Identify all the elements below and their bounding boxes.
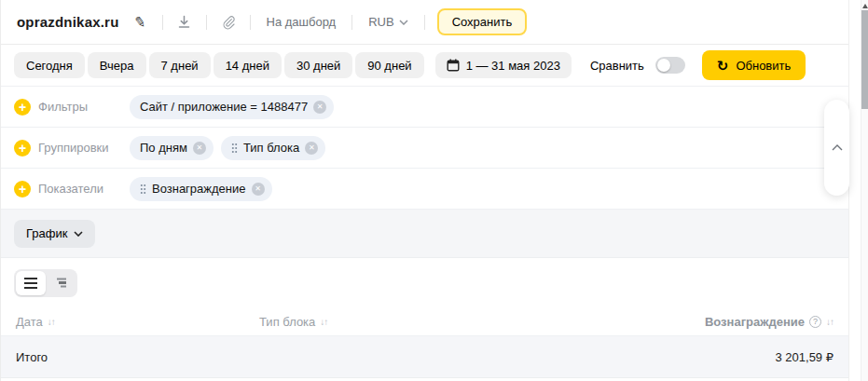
drag-handle-icon[interactable]: [231, 143, 238, 153]
help-icon[interactable]: ?: [809, 316, 821, 328]
flat-list-icon: [24, 278, 37, 289]
chip-text: Тип блока: [243, 141, 299, 155]
chart-band: График: [1, 210, 848, 258]
plus-icon: +: [19, 182, 26, 197]
compare-label: Сравнить: [590, 59, 644, 73]
grouping-chip-by-day[interactable]: По дням ✕: [130, 136, 214, 160]
chevron-down-icon: [399, 20, 408, 25]
site-name: oprazdnikax.ru: [17, 14, 119, 30]
topbar: oprazdnikax.ru ✎ На дашборд RUB Сохранит…: [1, 0, 848, 45]
currency-select[interactable]: RUB: [363, 15, 413, 29]
refresh-label: Обновить: [736, 59, 791, 73]
add-metric-button[interactable]: +: [14, 181, 31, 197]
rsya-report-page: oprazdnikax.ru ✎ На дашборд RUB Сохранит…: [0, 0, 868, 381]
divider: [424, 15, 425, 30]
refresh-button[interactable]: ↻ Обновить: [702, 50, 806, 80]
remove-chip-icon[interactable]: ✕: [313, 101, 326, 114]
divider: [351, 15, 352, 30]
preset-today[interactable]: Сегодня: [14, 52, 85, 78]
share-link-button[interactable]: [217, 11, 240, 34]
total-value: 3 201,59 ₽: [776, 350, 834, 364]
calendar-icon: [447, 59, 460, 72]
paperclip-icon: [221, 15, 236, 30]
table-header: Дата ↓↑ Тип блока ↓↑ Вознаграждение ? ↓↑: [1, 307, 848, 336]
column-header-reward[interactable]: Вознаграждение ? ↓↑: [705, 315, 834, 329]
date-range-value: 1 — 31 мая 2023: [466, 59, 560, 73]
remove-chip-icon[interactable]: ✕: [305, 142, 318, 155]
preset-yesterday[interactable]: Вчера: [88, 52, 146, 78]
filter-chip-site[interactable]: Сайт / приложение = 1488477 ✕: [130, 95, 334, 119]
divider: [206, 15, 207, 30]
preset-7-days[interactable]: 7 дней: [149, 52, 211, 78]
download-icon: [177, 15, 191, 29]
scroll-up-icon[interactable]: [862, 4, 868, 8]
sort-icon[interactable]: ↓↑: [48, 317, 55, 327]
date-presets: Сегодня Вчера 7 дней 14 дней 30 дней 90 …: [14, 52, 424, 78]
divider: [250, 15, 251, 30]
table-view-toggle: [14, 269, 77, 297]
metric-chips: Вознаграждение ✕: [130, 177, 272, 201]
content-area: oprazdnikax.ru ✎ На дашборд RUB Сохранит…: [0, 0, 849, 381]
edit-title-button[interactable]: ✎: [130, 11, 152, 34]
drag-handle-icon[interactable]: [140, 184, 146, 194]
groupings-label: Группировки: [38, 141, 111, 155]
scrollbar[interactable]: [861, 0, 868, 381]
groupings-row: + Группировки По дням ✕ Тип блока ✕: [1, 128, 848, 169]
column-label: Дата: [16, 315, 43, 329]
remove-chip-icon[interactable]: ✕: [193, 142, 206, 155]
sort-icon[interactable]: ↓↑: [320, 317, 327, 327]
filters-row: + Фильтры Сайт / приложение = 1488477 ✕: [1, 87, 848, 128]
chart-type-label: График: [26, 226, 67, 240]
remove-chip-icon[interactable]: ✕: [252, 183, 265, 196]
scrollbar-thumb[interactable]: [861, 10, 868, 109]
chip-text: По дням: [140, 141, 187, 155]
column-header-date[interactable]: Дата ↓↑: [16, 315, 259, 329]
tree-list-icon: [54, 277, 67, 289]
plus-icon: +: [19, 141, 26, 156]
chip-text: Сайт / приложение = 1488477: [140, 100, 308, 114]
flat-view-button[interactable]: [16, 271, 46, 295]
total-row: Итого 3 201,59 ₽: [1, 336, 848, 378]
save-button[interactable]: Сохранить: [437, 8, 528, 35]
plus-icon: +: [19, 100, 26, 115]
compare-toggle[interactable]: [655, 57, 685, 74]
date-range-button[interactable]: 1 — 31 мая 2023: [435, 52, 572, 78]
column-label: Тип блока: [259, 315, 315, 329]
date-toolbar: Сегодня Вчера 7 дней 14 дней 30 дней 90 …: [1, 45, 848, 87]
add-filter-button[interactable]: +: [14, 99, 31, 116]
tree-view-button[interactable]: [46, 271, 76, 295]
currency-value: RUB: [368, 15, 393, 29]
grouping-chips: По дням ✕ Тип блока ✕: [130, 136, 325, 160]
column-label: Вознаграждение: [705, 315, 805, 329]
divider: [162, 15, 163, 30]
chart-type-select[interactable]: График: [14, 220, 95, 248]
view-toggle-row: [1, 258, 848, 307]
dashboard-link[interactable]: На дашборд: [261, 15, 342, 29]
toggle-knob: [657, 59, 670, 72]
download-button[interactable]: [173, 11, 196, 34]
grouping-chip-block-type[interactable]: Тип блока ✕: [221, 136, 325, 160]
metric-chip-reward[interactable]: Вознаграждение ✕: [130, 177, 272, 201]
filter-chips: Сайт / приложение = 1488477 ✕: [130, 95, 334, 119]
preset-30-days[interactable]: 30 дней: [284, 52, 352, 78]
collapse-panel-button[interactable]: [824, 100, 849, 196]
add-grouping-button[interactable]: +: [14, 140, 31, 156]
chip-text: Вознаграждение: [152, 182, 246, 196]
sort-icon[interactable]: ↓↑: [826, 317, 834, 327]
preset-90-days[interactable]: 90 дней: [355, 52, 423, 78]
filters-label: Фильтры: [38, 100, 111, 114]
metrics-label: Показатели: [38, 182, 111, 196]
chevron-down-icon: [74, 231, 83, 237]
metrics-row: + Показатели Вознаграждение ✕: [1, 169, 848, 210]
chevron-up-icon: [832, 144, 843, 151]
preset-14-days[interactable]: 14 дней: [214, 52, 282, 78]
total-label: Итого: [16, 350, 48, 364]
refresh-icon: ↻: [717, 59, 729, 73]
column-header-block-type[interactable]: Тип блока ↓↑: [259, 315, 705, 329]
pencil-icon: ✎: [133, 13, 147, 32]
